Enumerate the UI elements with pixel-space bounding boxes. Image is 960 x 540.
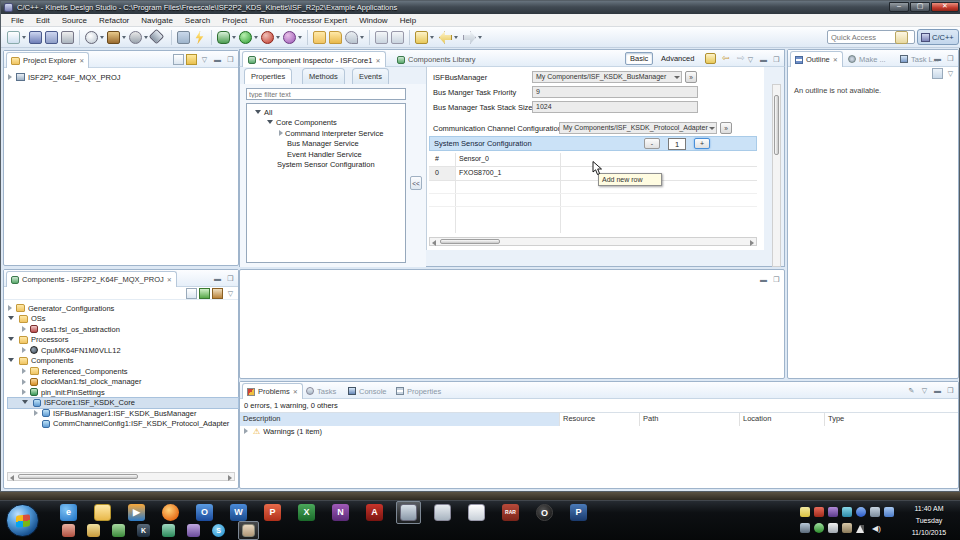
tray-notes-icon[interactable] [800,507,810,517]
code-generation-icon[interactable] [212,288,223,299]
sensor-row-value[interactable]: FXOS8700_1 [459,169,501,176]
start-button[interactable] [6,504,39,537]
minimize-icon[interactable]: ▬ [932,53,943,64]
run-dropdown-icon[interactable] [254,36,258,39]
taskbar-excel-icon[interactable]: X [298,504,315,521]
horizontal-scrollbar[interactable] [7,472,235,481]
external-tools-dropdown-icon[interactable] [298,36,302,39]
taskbar-outlook-icon[interactable]: O [196,504,213,521]
tray-red-icon[interactable] [814,507,824,517]
tray-shield-icon[interactable] [814,523,824,533]
processor-expert-lightning-icon[interactable] [193,31,206,44]
minimize-window-button[interactable]: – [889,2,909,12]
taskbar-skype-icon[interactable]: S [212,524,225,537]
taskbar-running-installer-icon[interactable] [242,524,255,537]
expand-icon[interactable] [22,347,26,353]
expand-icon[interactable] [244,428,248,434]
clean-dropdown-icon[interactable] [144,36,148,39]
warnings-group-row[interactable]: ⚠ Warnings (1 item) [240,425,958,437]
close-icon[interactable]: ✕ [833,56,838,63]
tree-item[interactable]: ISFBusManager1:ISF_KSDK_BusManager [8,408,238,419]
collapse-all-icon[interactable] [173,54,184,65]
search-dropdown-icon[interactable] [360,36,364,39]
make-target-tab[interactable]: Make ... [844,51,890,67]
scroll-right-icon[interactable] [228,475,232,481]
minimize-icon[interactable]: ▬ [758,274,769,285]
expand-icon[interactable] [8,74,12,80]
project-explorer-tab[interactable]: Project Explorer ✕ [6,52,89,68]
view-menu-icon[interactable]: ▽ [745,54,756,65]
close-icon[interactable]: ✕ [167,276,172,283]
menu-edit[interactable]: Edit [30,16,56,25]
add-row-button[interactable]: + [694,138,710,149]
minimize-icon[interactable]: ▬ [212,54,223,65]
menu-window[interactable]: Window [353,16,393,25]
maximize-icon[interactable]: ❒ [771,274,782,285]
close-icon[interactable]: ✕ [79,57,84,64]
annotations-button[interactable] [391,31,404,44]
tasks-tab[interactable]: Tasks [302,383,340,399]
remove-row-button[interactable]: - [644,138,660,149]
forward-button[interactable] [463,31,476,44]
maximize-icon[interactable]: ❒ [945,385,956,396]
tree-item[interactable]: clockMan1:fsl_clock_manager [8,377,238,388]
focus-icon[interactable] [932,68,943,79]
busmanager-goto-button[interactable]: » [685,71,697,83]
view-menu-icon[interactable]: ▽ [919,385,930,396]
taskbar-acrobat-icon[interactable]: A [366,504,383,521]
basic-mode-button[interactable]: Basic [625,52,653,65]
menu-project[interactable]: Project [216,16,253,25]
scrollbar-thumb[interactable] [440,239,500,244]
maximize-icon[interactable]: ❒ [771,54,782,65]
filter-icon[interactable]: ✎ [906,385,917,396]
bluetooth-icon[interactable] [856,507,866,517]
priority-field[interactable]: 9 [532,86,698,98]
tree-item[interactable]: CommChannelConfig1:ISF_KSDK_Protocol_Ada… [8,419,238,430]
back-dropdown-icon[interactable] [454,36,458,39]
column-resource[interactable]: Resource [560,413,640,426]
tree-item[interactable]: OSs [8,314,238,325]
collapse-tree-icon[interactable] [8,358,14,362]
methods-subtab[interactable]: Methods [302,68,345,84]
minimize-icon[interactable]: ▬ [758,54,769,65]
taskbar-map-tool-icon[interactable] [162,524,175,537]
console-tab[interactable]: Console [344,383,391,399]
back-icon[interactable]: ⇦ [722,53,730,63]
open-resource-button[interactable] [329,31,342,44]
tree-item-selected[interactable]: ISFCore1:ISF_KSDK_Core [8,398,238,409]
generate-code-button[interactable] [177,31,190,44]
sensor-table-col-sensor[interactable]: Sensor_0 [459,155,489,162]
taskbar-document-icon[interactable] [434,504,451,521]
taskbar-opera-icon[interactable]: O [536,504,553,521]
filter-input[interactable] [246,88,406,100]
tree-item[interactable]: Components [8,356,238,367]
column-location[interactable]: Location [740,413,825,426]
taskbar-flag-tool-icon[interactable] [87,524,100,537]
close-window-button[interactable]: ✕ [931,2,959,12]
minimize-icon[interactable]: ▬ [932,385,943,396]
comm-channel-goto-button[interactable]: » [720,122,732,134]
help-page-icon[interactable] [705,53,716,64]
run-button[interactable] [239,31,252,44]
menu-search[interactable]: Search [179,16,216,25]
tray-power-icon[interactable] [842,523,852,533]
menu-source[interactable]: Source [56,16,93,25]
debug-dropdown-icon[interactable] [232,36,236,39]
taskbar-explorer-icon[interactable] [94,504,111,521]
horizontal-scrollbar[interactable] [429,237,757,246]
taskbar-tools-icon[interactable] [112,524,125,537]
maximize-window-button[interactable]: ▢ [910,2,930,12]
taskbar-kds-icon[interactable] [400,504,417,521]
taskbar-purple-tool-icon[interactable] [187,524,200,537]
tree-item-core-components[interactable]: Core Components [247,118,405,129]
close-icon[interactable]: ✕ [375,57,380,64]
taskbar-back-tool-icon[interactable] [62,524,75,537]
close-icon[interactable]: ✕ [293,388,298,395]
maximize-icon[interactable]: ❒ [225,273,236,284]
mark-occurrences-button[interactable] [375,31,388,44]
expand-icon[interactable] [34,410,38,416]
taskbar-firefox-icon[interactable] [162,504,179,521]
collapse-pane-button[interactable]: << [410,176,422,190]
stack-size-field[interactable]: 1024 [532,101,698,113]
view-menu-icon[interactable]: ▽ [945,68,956,79]
